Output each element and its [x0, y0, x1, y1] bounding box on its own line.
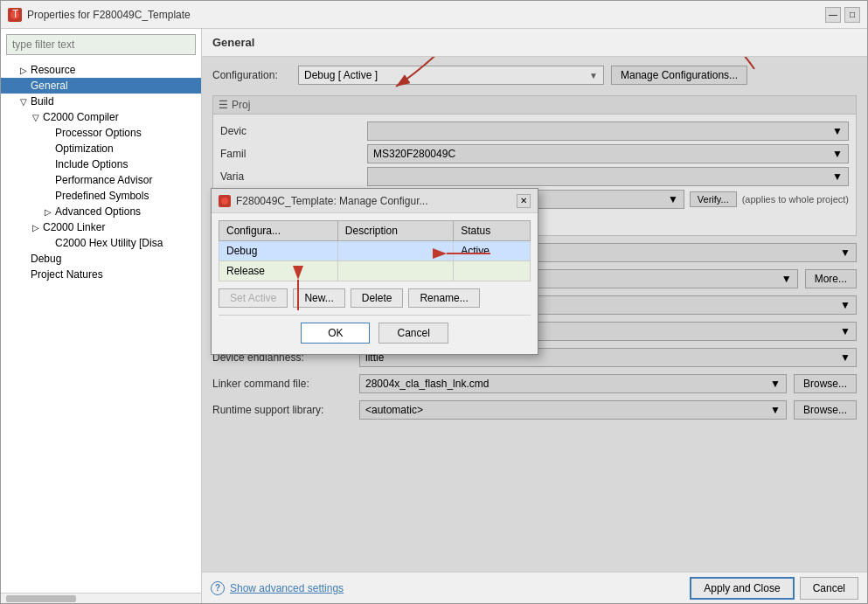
col-status: Status: [454, 221, 531, 241]
titlebar-controls: — □: [825, 7, 860, 23]
expand-icon: ▽: [31, 113, 41, 122]
sidebar-item-performance-advisor[interactable]: Performance Advisor: [1, 172, 201, 188]
tree: ▷ Resource General ▽ Build ▽ C2000 Compi…: [1, 60, 201, 593]
help-icon[interactable]: ?: [211, 581, 225, 595]
sidebar-item-label: Include Options: [55, 158, 128, 170]
config-status-release: [454, 261, 531, 281]
modal-action-buttons: Set Active New... Delete Rename...: [219, 288, 531, 308]
col-description: Description: [337, 221, 453, 241]
sidebar-item-project-natures[interactable]: Project Natures: [1, 267, 201, 282]
config-status-debug: Active: [454, 241, 531, 261]
bottom-right: Apply and Close Cancel: [690, 577, 858, 600]
modal-close-button[interactable]: ✕: [517, 194, 531, 208]
sidebar-item-optimization[interactable]: Optimization: [1, 141, 201, 156]
sidebar-item-label: Advanced Options: [55, 205, 141, 218]
cancel-button[interactable]: Cancel: [378, 323, 448, 344]
sidebar-item-c2000-compiler[interactable]: ▽ C2000 Compiler: [1, 109, 201, 125]
app-icon: T: [8, 8, 22, 22]
sidebar-item-debug[interactable]: Debug: [1, 251, 201, 267]
filter-input[interactable]: [6, 34, 196, 55]
col-config: Configura...: [219, 221, 338, 241]
sidebar-scroll-thumb: [6, 595, 76, 602]
titlebar: T Properties for F280049C_Template — □: [1, 1, 867, 29]
table-row[interactable]: Release: [219, 261, 531, 281]
expand-icon: ▷: [31, 223, 41, 233]
set-active-button[interactable]: Set Active: [219, 288, 288, 308]
sidebar-item-label: C2000 Hex Utility [Disa: [55, 237, 163, 249]
sidebar-item-resource[interactable]: ▷ Resource: [1, 62, 201, 78]
ok-button[interactable]: OK: [301, 323, 370, 344]
new-button[interactable]: New...: [293, 288, 344, 308]
right-panel: General Configuration: Debug [ Active ] …: [202, 29, 867, 603]
sidebar-item-label: Predefined Symbols: [55, 190, 149, 202]
sidebar-item-predefined-symbols[interactable]: Predefined Symbols: [1, 188, 201, 204]
modal-titlebar: F280049C_Template: Manage Configur... ✕: [212, 189, 538, 213]
modal-titlebar-left: F280049C_Template: Manage Configur...: [219, 195, 427, 207]
sidebar-item-build[interactable]: ▽ Build: [1, 94, 201, 109]
sidebar-item-general[interactable]: General: [1, 78, 201, 94]
sidebar-item-include-options[interactable]: Include Options: [1, 156, 201, 172]
sidebar-item-advanced-options[interactable]: ▷ Advanced Options: [1, 204, 201, 219]
config-description-release: [337, 261, 453, 281]
panel-body: Configuration: Debug [ Active ] ▼ Manage…: [202, 57, 867, 572]
sidebar-item-label: Build: [31, 95, 54, 108]
maximize-button[interactable]: □: [844, 7, 860, 23]
main-window: T Properties for F280049C_Template — □ ▷…: [0, 0, 868, 604]
separator: [219, 315, 531, 316]
modal-bottom-buttons: OK Cancel: [219, 319, 531, 347]
sidebar-item-label: General: [31, 80, 68, 92]
panel-title: General: [212, 36, 254, 49]
delete-button[interactable]: Delete: [351, 288, 404, 308]
manage-configurations-dialog: F280049C_Template: Manage Configur... ✕ …: [211, 188, 538, 355]
apply-and-close-button[interactable]: Apply and Close: [690, 577, 794, 600]
sidebar-item-label: Resource: [31, 64, 75, 76]
modal-app-icon: [219, 195, 231, 207]
filter-container: [6, 34, 196, 55]
show-advanced-settings-link[interactable]: Show advanced settings: [230, 582, 344, 594]
window-title: Properties for F280049C_Template: [27, 9, 191, 21]
modal-body: Configura... Description Status Debug: [212, 213, 538, 354]
sidebar-item-label: Processor Options: [55, 127, 142, 139]
cancel-button[interactable]: Cancel: [800, 577, 858, 600]
config-description-debug: [337, 241, 453, 261]
svg-text:T: T: [12, 10, 19, 20]
sidebar-item-label: C2000 Compiler: [43, 111, 119, 123]
svg-point-4: [221, 198, 228, 205]
sidebar-item-label: Performance Advisor: [55, 174, 152, 186]
config-name-release: Release: [219, 261, 338, 281]
bottom-bar: ? Show advanced settings Apply and Close…: [202, 572, 867, 603]
sidebar-item-c2000-linker[interactable]: ▷ C2000 Linker: [1, 219, 201, 235]
sidebar-item-hex-utility[interactable]: C2000 Hex Utility [Disa: [1, 235, 201, 251]
sidebar-item-label: Project Natures: [31, 268, 103, 281]
bottom-left: ? Show advanced settings: [211, 581, 344, 595]
titlebar-left: T Properties for F280049C_Template: [8, 8, 191, 22]
sidebar-item-processor-options[interactable]: Processor Options: [1, 125, 201, 141]
expand-icon: ▽: [18, 97, 29, 107]
sidebar-item-label: Debug: [31, 253, 61, 265]
main-content: ▷ Resource General ▽ Build ▽ C2000 Compi…: [1, 29, 867, 603]
sidebar-item-label: Optimization: [55, 142, 114, 155]
sidebar: ▷ Resource General ▽ Build ▽ C2000 Compi…: [1, 29, 202, 603]
sidebar-item-label: C2000 Linker: [43, 221, 105, 233]
panel-header: General: [202, 29, 867, 57]
modal-title: F280049C_Template: Manage Configur...: [236, 195, 427, 207]
expand-icon: ▷: [18, 66, 29, 75]
sidebar-scrollbar[interactable]: [1, 593, 201, 603]
modal-overlay: F280049C_Template: Manage Configur... ✕ …: [202, 57, 867, 572]
expand-icon: ▷: [43, 207, 53, 217]
configurations-table: Configura... Description Status Debug: [219, 220, 531, 281]
config-name-debug: Debug: [219, 241, 338, 261]
minimize-button[interactable]: —: [825, 7, 841, 23]
rename-button[interactable]: Rename...: [408, 288, 479, 308]
table-row[interactable]: Debug Active: [219, 241, 531, 261]
